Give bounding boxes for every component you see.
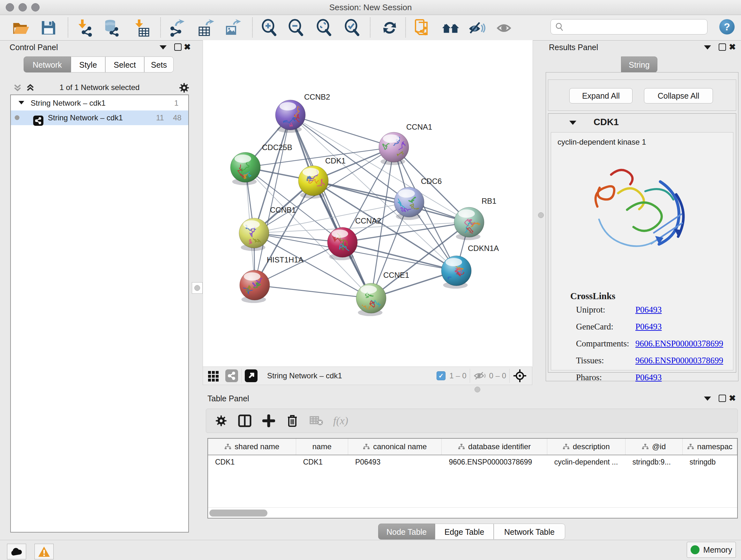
control-panel-maximize-icon[interactable] xyxy=(174,44,182,51)
network-from-selection-button[interactable] xyxy=(414,19,431,37)
expand-all-button[interactable]: Expand All xyxy=(569,88,632,104)
import-network-from-database-button[interactable] xyxy=(103,19,121,37)
zoom-out-button[interactable] xyxy=(287,19,305,37)
crosslink-value-link[interactable]: P06493 xyxy=(635,305,662,315)
network-tree: String Network – cdk1 1 String Network –… xyxy=(10,95,189,533)
show-hide-graphics-details-button[interactable] xyxy=(468,19,486,37)
crosslink-value-link[interactable]: P06493 xyxy=(635,322,662,332)
export-network-button[interactable] xyxy=(169,19,186,37)
network-options-gear-icon[interactable] xyxy=(179,82,190,93)
open-in-window-icon[interactable] xyxy=(245,369,258,382)
search-input[interactable] xyxy=(563,22,699,32)
network-badge-icon[interactable] xyxy=(225,369,238,382)
results-panel-float-icon[interactable] xyxy=(704,45,711,50)
node-rb1[interactable] xyxy=(454,207,484,240)
table-cell[interactable]: cyclin-dependent ... xyxy=(547,455,625,469)
node-ccnb2[interactable] xyxy=(275,100,306,133)
node-cdkn1a[interactable] xyxy=(441,256,471,289)
collection-expand-icon[interactable] xyxy=(18,101,24,105)
crosslink-value-link[interactable]: 9606.ENSP00000378699 xyxy=(635,339,723,349)
network-graph[interactable]: CCNB2CCNA1CDC25BCDK1CDC6RB1CCNB1CCNA2CDK… xyxy=(203,40,533,367)
zoom-in-button[interactable] xyxy=(260,19,278,37)
node-cdc6[interactable] xyxy=(394,187,424,220)
table-options-gear-icon[interactable] xyxy=(215,415,227,427)
left-splitter-handle[interactable] xyxy=(192,282,203,294)
table-cell[interactable]: CDK1 xyxy=(208,455,296,469)
tab-network-table[interactable]: Network Table xyxy=(494,523,565,540)
network-collection-row[interactable]: String Network – cdk1 1 xyxy=(11,96,188,111)
open-session-button[interactable] xyxy=(12,19,30,37)
zoom-fit-content-button[interactable] xyxy=(315,19,333,37)
node-hist1h1a[interactable] xyxy=(239,270,270,303)
tab-sets[interactable]: Sets xyxy=(144,57,174,72)
column-header-namespac[interactable]: namespac xyxy=(683,439,737,455)
tab-string[interactable]: String xyxy=(621,57,657,72)
tab-network[interactable]: Network xyxy=(23,57,71,72)
table-cell[interactable]: stringdb xyxy=(683,455,737,469)
column-header-name[interactable]: name xyxy=(296,439,348,455)
column-header-database-identifier[interactable]: database identifier xyxy=(442,439,547,455)
column-header-canonical-name[interactable]: canonical name xyxy=(348,439,442,455)
node-ccna1[interactable] xyxy=(379,132,410,165)
export-image-button[interactable] xyxy=(223,19,241,37)
control-panel-close-icon[interactable]: ✖ xyxy=(184,44,191,51)
birds-eye-view-icon[interactable] xyxy=(513,369,527,383)
protein-collapse-icon[interactable] xyxy=(569,121,576,125)
crosslink-row: Pharos:P06493 xyxy=(576,373,729,382)
cloud-button[interactable] xyxy=(7,544,26,559)
edge-hist1h1a-ccne1[interactable] xyxy=(255,285,371,298)
create-column-plus-icon[interactable] xyxy=(262,415,275,427)
collapse-all-button[interactable]: Collapse All xyxy=(644,88,713,104)
crosslink-value-link[interactable]: 9606.ENSP00000378699 xyxy=(635,356,723,366)
first-neighbors-button[interactable] xyxy=(442,19,460,37)
save-session-button[interactable] xyxy=(40,19,57,37)
node-ccnb1[interactable] xyxy=(239,218,269,252)
selected-checkbox-icon[interactable]: ✓ xyxy=(436,371,446,380)
node-table[interactable]: shared namenamecanonical namedatabase id… xyxy=(207,438,738,518)
show-columns-icon[interactable] xyxy=(238,415,252,427)
crosslink-value-link[interactable]: P06493 xyxy=(635,373,662,382)
bottom-splitter-handle[interactable] xyxy=(475,387,480,392)
memory-button[interactable]: Memory xyxy=(687,542,736,558)
node-cdk1[interactable] xyxy=(298,166,328,199)
node-cdc25b[interactable] xyxy=(230,152,260,185)
edge-ccnb2-ccnb1[interactable] xyxy=(254,115,290,233)
node-ccna2[interactable] xyxy=(327,227,357,260)
edge-ccnb2-ccne1[interactable] xyxy=(290,115,371,298)
table-panel-close-icon[interactable]: ✖ xyxy=(729,395,736,401)
refresh-network-button[interactable] xyxy=(381,19,399,37)
control-panel-float-icon[interactable] xyxy=(159,45,166,50)
tab-style[interactable]: Style xyxy=(71,57,105,72)
column-header-shared-name[interactable]: shared name xyxy=(208,439,296,455)
node-ccne1[interactable] xyxy=(356,283,386,316)
show-hide-annotations-button[interactable] xyxy=(496,19,514,37)
table-panel-float-icon[interactable] xyxy=(704,396,711,401)
column-header-description[interactable]: description xyxy=(547,439,625,455)
table-row[interactable]: CDK1CDK1P064939606.ENSP00000378699cyclin… xyxy=(208,455,737,469)
help-button[interactable]: ? xyxy=(719,19,735,35)
delete-column-trash-icon[interactable] xyxy=(286,414,298,428)
edge-ccnb2-ccna1[interactable] xyxy=(290,115,394,147)
column-header-@id[interactable]: @id xyxy=(625,439,683,455)
warnings-button[interactable] xyxy=(35,544,54,559)
table-cell[interactable]: CDK1 xyxy=(296,455,348,469)
search-box[interactable] xyxy=(550,19,708,35)
results-panel-close-icon[interactable]: ✖ xyxy=(729,44,736,51)
tab-node-table[interactable]: Node Table xyxy=(378,523,435,540)
horizontal-scrollbar-thumb[interactable] xyxy=(209,509,267,516)
grid-view-icon[interactable] xyxy=(207,370,219,382)
tab-edge-table[interactable]: Edge Table xyxy=(435,523,494,540)
import-table-from-file-button[interactable] xyxy=(133,19,151,37)
zoom-selected-button[interactable] xyxy=(343,19,361,37)
tab-select[interactable]: Select xyxy=(105,57,144,72)
export-table-button[interactable] xyxy=(197,19,214,37)
edge-cdk1-rb1[interactable] xyxy=(313,181,469,222)
network-canvas[interactable]: CCNB2CCNA1CDC25BCDK1CDC6RB1CCNB1CCNA2CDK… xyxy=(203,40,533,367)
results-panel-maximize-icon[interactable] xyxy=(719,44,726,51)
table-cell[interactable]: P06493 xyxy=(348,455,442,469)
table-cell[interactable]: 9606.ENSP00000378699 xyxy=(442,455,547,469)
table-cell[interactable]: stringdb:9... xyxy=(625,455,683,469)
network-row-selected[interactable]: String Network – cdk1 11 48 xyxy=(11,111,188,125)
table-panel-maximize-icon[interactable] xyxy=(719,395,726,402)
import-network-from-file-button[interactable] xyxy=(76,19,94,37)
